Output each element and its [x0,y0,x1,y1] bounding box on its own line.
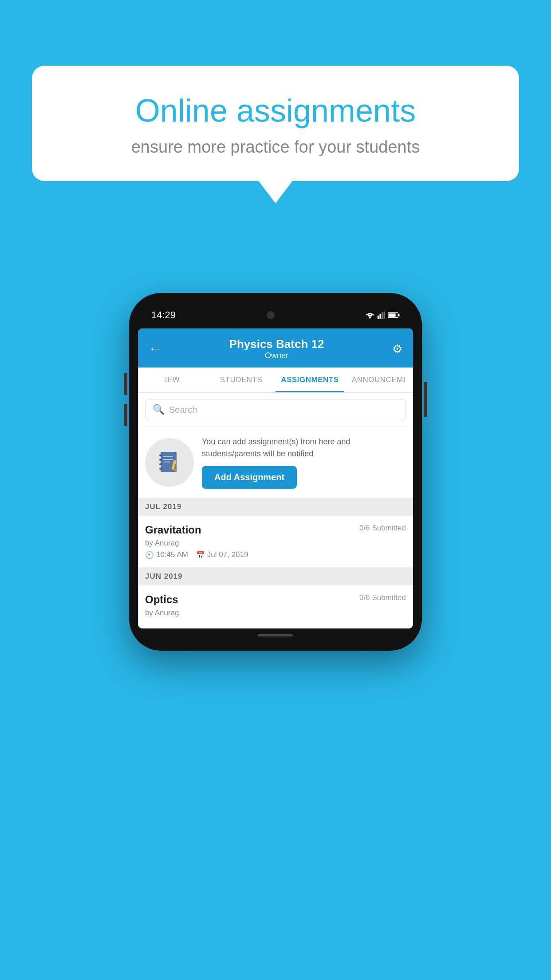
speech-bubble-section: Online assignments ensure more practice … [32,66,519,203]
section-header-jun: JUN 2019 [138,568,413,585]
settings-button[interactable]: ⚙ [392,342,402,356]
promo-text-block: You can add assignment(s) from here and … [202,436,406,489]
assignment-meta: 🕙 10:45 AM 📅 Jul 07, 2019 [145,550,406,559]
svg-rect-6 [389,313,396,316]
calendar-icon: 📅 [196,551,205,559]
tab-assignments[interactable]: ASSIGNMENTS [276,368,344,392]
app-header: ← Physics Batch 12 Owner ⚙ [138,328,413,368]
promo-icon-circle [145,438,194,487]
svg-rect-0 [378,316,379,319]
notch [260,304,282,326]
owner-subtitle: Owner [229,351,324,360]
time-meta: 🕙 10:45 AM [145,550,188,559]
power-button [424,382,427,417]
assignment-time: 10:45 AM [156,550,188,559]
home-indicator [258,634,293,636]
assignment-author-optics: by Anurag [145,609,406,617]
speech-bubble-subtitle: ensure more practice for your students [59,138,492,157]
phone-mockup: 14:29 [129,293,422,651]
assignment-author: by Anurag [145,539,406,548]
search-icon: 🔍 [153,404,165,415]
svg-rect-5 [398,314,400,316]
svg-rect-14 [163,462,170,462]
svg-rect-12 [163,456,173,457]
svg-rect-2 [382,312,383,319]
back-button[interactable]: ← [149,342,161,356]
svg-rect-13 [163,459,173,460]
phone-bottom-bar [138,628,413,642]
svg-rect-10 [159,463,162,465]
status-icons [365,311,400,319]
signal-icon [378,311,386,319]
assignment-title: Gravitation [145,524,201,536]
volume-down-button [124,404,127,426]
batch-title: Physics Batch 12 [229,337,324,351]
speech-bubble-arrow [259,181,292,203]
tab-announcements[interactable]: ANNOUNCEMI [344,368,413,392]
search-input-wrapper[interactable]: 🔍 Search [145,399,406,420]
tab-students[interactable]: STUDENTS [207,368,276,392]
status-time: 14:29 [151,309,176,321]
notebook-icon [157,450,182,475]
tab-iew[interactable]: IEW [138,368,207,392]
search-container: 🔍 Search [138,393,413,427]
camera-dot [267,311,275,319]
speech-bubble-card: Online assignments ensure more practice … [32,66,519,181]
add-assignment-button[interactable]: Add Assignment [202,466,297,489]
tabs-bar: IEW STUDENTS ASSIGNMENTS ANNOUNCEMI [138,368,413,393]
assignment-submitted-optics: 0/6 Submitted [359,593,406,602]
assignment-top-row: Gravitation 0/6 Submitted [145,524,406,536]
assignment-item-optics[interactable]: Optics 0/6 Submitted by Anurag [138,585,413,628]
assignment-date: Jul 07, 2019 [207,550,248,559]
clock-icon: 🕙 [145,551,154,559]
status-bar: 14:29 [138,302,413,328]
svg-rect-3 [384,312,386,319]
header-title-block: Physics Batch 12 Owner [229,337,324,360]
volume-up-button [124,373,127,395]
svg-rect-8 [159,454,162,456]
svg-rect-1 [380,314,382,319]
svg-rect-9 [159,459,162,461]
assignment-top-row-optics: Optics 0/6 Submitted [145,593,406,606]
assignment-item-gravitation[interactable]: Gravitation 0/6 Submitted by Anurag 🕙 10… [138,516,413,568]
search-placeholder: Search [169,405,197,415]
battery-icon [388,312,400,318]
svg-rect-11 [159,468,162,470]
section-header-jul: JUL 2019 [138,498,413,516]
promo-description: You can add assignment(s) from here and … [202,436,406,460]
date-meta: 📅 Jul 07, 2019 [196,550,248,559]
assignment-submitted: 0/6 Submitted [359,524,406,533]
promo-section: You can add assignment(s) from here and … [138,427,413,498]
phone-body: 14:29 [129,293,422,651]
app-screen: ← Physics Batch 12 Owner ⚙ IEW STUDENTS … [138,328,413,628]
wifi-icon [365,311,375,319]
assignment-title-optics: Optics [145,593,178,606]
speech-bubble-title: Online assignments [59,92,492,129]
